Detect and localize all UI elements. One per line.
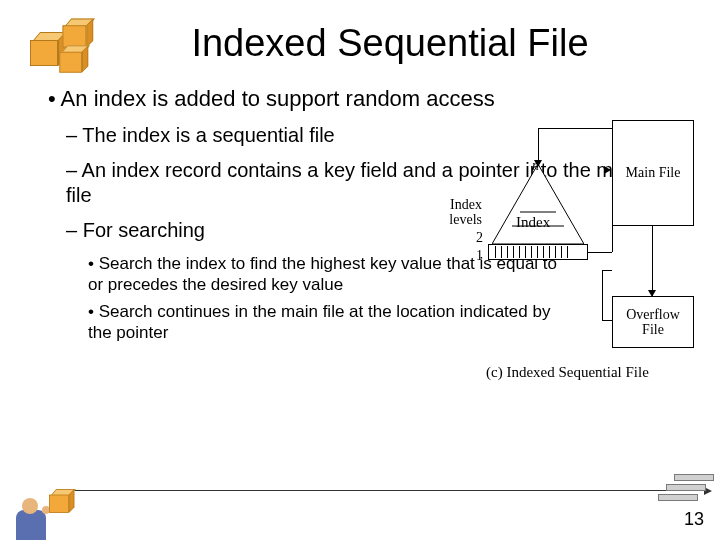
diagram-overflow-box: Overflow File — [612, 296, 694, 348]
svg-marker-0 — [492, 164, 584, 244]
diagram-arrow — [602, 270, 603, 320]
diagram-arrowhead — [648, 290, 656, 297]
diagram-arrow — [538, 128, 612, 129]
diagram-arrowhead — [534, 160, 542, 167]
diagram-arrowhead — [604, 166, 611, 174]
small-cube-icon — [49, 489, 73, 513]
bullet-l1: An index is added to support random acce… — [48, 85, 690, 113]
page-number: 13 — [684, 509, 704, 530]
diagram: Main File Index Index levels n 2 1 Overf… — [452, 120, 712, 390]
diagram-level-2-label: 2 — [476, 230, 483, 246]
diagram-arrow — [602, 270, 612, 271]
diagram-level-1-label: 1 — [476, 248, 483, 264]
diagram-index-ticks — [490, 246, 586, 258]
corner-cubes-icon — [30, 14, 100, 70]
diagram-index-label: Index — [516, 214, 550, 231]
diagram-arrow — [538, 128, 539, 164]
diagram-arrow — [602, 320, 612, 321]
diagram-main-file-box: Main File — [612, 120, 694, 226]
footer-bars-icon — [658, 474, 714, 508]
diagram-arrow — [612, 170, 613, 252]
slide-title: Indexed Sequential File — [90, 22, 690, 65]
person-icon — [8, 488, 72, 540]
diagram-index-levels-label: Index levels — [432, 198, 482, 227]
diagram-caption: (c) Indexed Sequential File — [486, 364, 649, 381]
diagram-index-triangle — [492, 164, 584, 244]
diagram-arrow — [652, 226, 653, 296]
footer-decoration — [0, 484, 720, 540]
diagram-arrow — [588, 252, 612, 253]
